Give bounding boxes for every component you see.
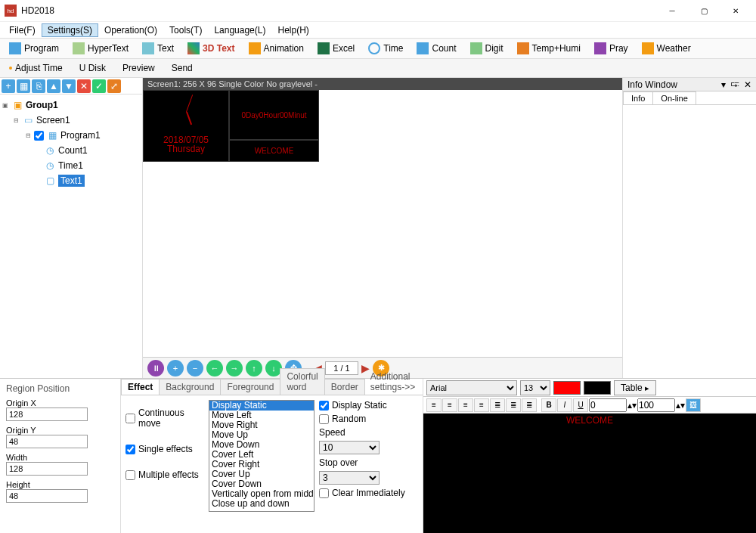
close-button[interactable]: ✕: [720, 0, 751, 21]
forecolor-swatch[interactable]: [553, 381, 581, 395]
effect-list[interactable]: Display Static Move Left Move Right Move…: [209, 400, 314, 512]
btn-digit[interactable]: Digit: [464, 40, 510, 57]
image-icon[interactable]: 🖼: [686, 398, 701, 412]
editor-canvas[interactable]: WELCOME: [423, 414, 756, 533]
btn-preview[interactable]: Preview: [113, 60, 161, 76]
tab-foreground[interactable]: Foreground: [220, 379, 280, 395]
btn-udisk[interactable]: U Disk: [70, 60, 112, 76]
tree-expand-icon[interactable]: ⤢: [107, 79, 121, 93]
btn-send[interactable]: Send: [163, 60, 199, 76]
valign-bottom-icon[interactable]: ≣: [522, 398, 537, 412]
pushpin-icon[interactable]: ⮓: [730, 79, 739, 90]
font-select[interactable]: Arial: [426, 380, 517, 395]
tree-count[interactable]: ◷Count1: [2, 143, 141, 158]
text-icon: ▢: [44, 175, 56, 186]
stopover-select[interactable]: 3: [319, 471, 380, 485]
bold-icon[interactable]: B: [541, 398, 556, 412]
display-static-checkbox[interactable]: [319, 401, 329, 411]
btn-3dtext[interactable]: 3D Text: [181, 40, 240, 57]
stepper-icon[interactable]: ▴▾: [627, 400, 637, 411]
menu-language[interactable]: Language(L): [208, 23, 271, 37]
maximize-button[interactable]: ▢: [688, 0, 720, 21]
btn-animation[interactable]: Animation: [243, 40, 310, 57]
origin-y-input[interactable]: [6, 435, 88, 448]
tree-add-icon[interactable]: +: [2, 79, 15, 93]
btn-adjust-time[interactable]: Adjust Time: [3, 60, 69, 76]
origin-x-input[interactable]: [6, 407, 88, 421]
tree-copy-icon[interactable]: ⎘: [32, 79, 45, 93]
align-justify-icon[interactable]: ≡: [474, 398, 489, 412]
btn-program[interactable]: Program: [3, 40, 65, 57]
spacing2-input[interactable]: [637, 398, 675, 412]
tree-check-icon[interactable]: ✓: [92, 79, 106, 93]
clear-checkbox[interactable]: [319, 488, 329, 498]
continuous-checkbox[interactable]: [125, 414, 135, 423]
align-center-icon[interactable]: ≡: [442, 398, 457, 412]
btn-pray[interactable]: Pray: [588, 40, 634, 57]
zoom-out-icon[interactable]: −: [187, 360, 203, 377]
height-input[interactable]: [6, 489, 88, 503]
program-checkbox[interactable]: [34, 131, 44, 141]
table-button[interactable]: Table ▸: [614, 380, 656, 395]
tree-program[interactable]: ⊟▦Program1: [2, 128, 141, 143]
underline-icon[interactable]: U: [573, 398, 588, 412]
random-checkbox[interactable]: [319, 414, 329, 424]
welcome-region[interactable]: WELCOME: [229, 140, 319, 162]
tree-group[interactable]: ▣▣Group1: [2, 98, 141, 113]
clock-region[interactable]: 2018/07/05 Thursday: [143, 90, 229, 162]
tab-online[interactable]: On-line: [652, 91, 696, 104]
tree-text[interactable]: ▢Text1: [2, 173, 141, 188]
italic-icon[interactable]: I: [557, 398, 572, 412]
tab-border[interactable]: Border: [324, 379, 365, 395]
width-input[interactable]: [6, 462, 88, 476]
multiple-checkbox[interactable]: [125, 470, 135, 480]
list-item[interactable]: Close up and down: [209, 499, 314, 509]
size-select[interactable]: 13: [520, 380, 550, 395]
design-canvas[interactable]: 2018/07/05 Thursday 0Day0Hour00Minut WEL…: [143, 90, 622, 357]
menu-file[interactable]: File(F): [3, 23, 42, 37]
width-label: Width: [6, 453, 114, 462]
menu-tools[interactable]: Tools(T): [163, 23, 208, 37]
zoom-in-icon[interactable]: +: [167, 360, 184, 377]
spacing1-input[interactable]: [589, 398, 627, 412]
btn-text[interactable]: Text: [136, 40, 180, 57]
pin-icon[interactable]: ▾: [721, 79, 726, 90]
minimize-button[interactable]: ─: [656, 0, 688, 21]
app-title: HD2018: [21, 5, 54, 16]
align-right-icon[interactable]: ≡: [458, 398, 473, 412]
single-checkbox[interactable]: [125, 445, 135, 454]
tree-up-icon[interactable]: ▲: [47, 79, 60, 93]
close-icon[interactable]: ✕: [744, 79, 751, 90]
menu-help[interactable]: Help(H): [271, 23, 314, 37]
btn-weather[interactable]: Weather: [636, 40, 697, 57]
btn-temphumi[interactable]: Temp+Humi: [511, 40, 587, 57]
tree-delete-icon[interactable]: ✕: [77, 79, 91, 93]
tree-doc-icon[interactable]: ▦: [17, 79, 30, 93]
pause-icon[interactable]: ⏸: [147, 360, 164, 377]
stepper-icon[interactable]: ▴▾: [676, 400, 685, 411]
btn-excel[interactable]: Excel: [311, 40, 361, 57]
backcolor-swatch[interactable]: [584, 381, 611, 395]
arrow-up-icon[interactable]: ↑: [246, 360, 262, 377]
btn-hypertext[interactable]: HyperText: [67, 40, 135, 57]
tab-more[interactable]: Additional settings->>: [364, 369, 423, 395]
speed-select[interactable]: 10: [319, 441, 380, 454]
tab-info[interactable]: Info: [623, 91, 653, 104]
align-left-icon[interactable]: ≡: [426, 398, 442, 412]
tab-background[interactable]: Background: [159, 379, 221, 395]
arrow-left-icon[interactable]: ←: [206, 360, 223, 377]
tab-colorful[interactable]: Colorful word: [280, 368, 324, 395]
valign-top-icon[interactable]: ≣: [490, 398, 505, 412]
btn-count[interactable]: Count: [411, 40, 462, 57]
menu-operation[interactable]: Operation(O): [98, 23, 163, 37]
tab-effect[interactable]: Effect: [121, 379, 160, 395]
stopover-label: Stop over: [319, 457, 418, 468]
valign-mid-icon[interactable]: ≣: [506, 398, 521, 412]
menu-settings[interactable]: Settings(S): [42, 23, 98, 37]
btn-time[interactable]: Time: [362, 40, 409, 57]
tree-time[interactable]: ◷Time1: [2, 158, 141, 173]
tree-down-icon[interactable]: ▼: [62, 79, 76, 93]
arrow-right-icon[interactable]: →: [226, 360, 243, 377]
counter-region[interactable]: 0Day0Hour00Minut: [229, 90, 319, 140]
tree-screen[interactable]: ⊟▭Screen1: [2, 113, 141, 128]
